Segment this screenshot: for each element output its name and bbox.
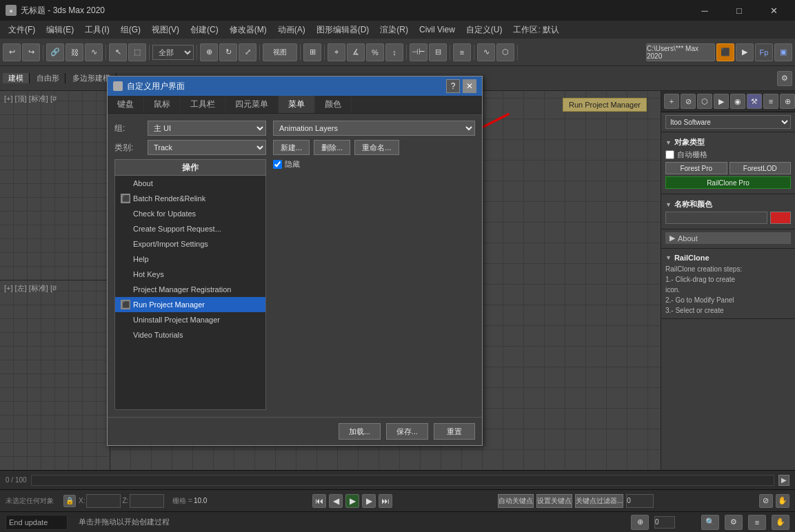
viewport-bottom-left[interactable]: [+] [左] [标准] [# <box>0 280 110 470</box>
link-button[interactable]: 🔗 <box>46 43 64 61</box>
render-frame-button[interactable]: ▶ <box>736 43 754 61</box>
viewport-top-left[interactable]: [+] [顶] [标准] [# <box>0 91 110 280</box>
pivot-button[interactable]: ⊞ <box>303 43 321 61</box>
spinner-snap-button[interactable]: ↕ <box>385 43 403 61</box>
bind-button[interactable]: ∿ <box>85 43 103 61</box>
next-frame-button[interactable]: ▶ <box>362 494 376 508</box>
menu-item-c[interactable]: 创建(C) <box>185 23 224 37</box>
schematic-button[interactable]: ⬡ <box>496 43 514 61</box>
menu-item-[interactable]: 工作区: 默认 <box>507 23 565 37</box>
set-key-button[interactable]: 设置关键点 <box>536 494 572 508</box>
menu-item-f[interactable]: 文件(F) <box>3 23 41 37</box>
percent-snap-button[interactable]: % <box>366 43 384 61</box>
viewport-render-button[interactable]: Fp <box>755 43 773 61</box>
frame-counter-input[interactable] <box>654 516 675 529</box>
settings2-icon[interactable]: ⚙ <box>725 515 743 530</box>
render-target-button[interactable]: C:\Users\*** Max 2020 <box>646 43 715 61</box>
pan-icon[interactable]: ✋ <box>776 494 789 508</box>
rp-icon-display[interactable]: ◉ <box>730 94 745 109</box>
minimize-button[interactable]: ─ <box>689 0 721 21</box>
auto-key-button[interactable]: 自动关键点 <box>498 494 534 508</box>
tab-modelling[interactable]: 建模 <box>3 73 30 83</box>
hidden-checkbox[interactable] <box>273 160 282 169</box>
dtab-quad[interactable]: 四元菜单 <box>225 96 279 113</box>
key-filter-button[interactable]: 关键点过滤器... <box>575 494 623 508</box>
load-button[interactable]: 加载... <box>339 423 381 440</box>
timeline-bar[interactable]: 0 / 100 ▶ <box>0 470 795 489</box>
x-input[interactable] <box>86 494 121 508</box>
rotate-button[interactable]: ↻ <box>219 43 237 61</box>
select-region-button[interactable]: ⬚ <box>128 43 146 61</box>
dialog-help-button[interactable]: ? <box>446 79 460 93</box>
actions-list[interactable]: About⬛Batch Render&RelinkCheck for Updat… <box>114 176 266 410</box>
rename-button[interactable]: 重命名... <box>354 140 399 155</box>
lock-icon[interactable]: 🔒 <box>63 495 76 507</box>
dtab-toolbar[interactable]: 工具栏 <box>181 96 225 113</box>
menu-item-g[interactable]: 组(G) <box>115 23 146 37</box>
rp-icon-extra[interactable]: ≡ <box>763 94 778 109</box>
menu-item-u[interactable]: 自定义(U) <box>461 23 508 37</box>
auto-grid-checkbox[interactable] <box>665 150 674 159</box>
list-item[interactable]: Export/Import Settings <box>115 236 265 252</box>
rp-icon-extra2[interactable]: ⊕ <box>780 94 795 109</box>
frame-number-input[interactable] <box>626 494 654 508</box>
list-item[interactable]: Help <box>115 252 265 267</box>
color-swatch[interactable] <box>770 212 791 224</box>
view-dropdown[interactable]: 视图 <box>263 43 297 61</box>
forest-pro-button[interactable]: Forest Pro <box>665 162 727 174</box>
menu-item-m[interactable]: 修改器(M) <box>224 23 272 37</box>
dtab-menu[interactable]: 菜单 <box>279 96 315 113</box>
scale-button[interactable]: ⤢ <box>239 43 256 61</box>
save-button[interactable]: 保存... <box>386 423 428 440</box>
menu-item-civilview[interactable]: Civil View <box>414 23 461 36</box>
forest-lod-button[interactable]: ForestLOD <box>729 162 792 174</box>
menu-item-d[interactable]: 图形编辑器(D) <box>311 23 375 37</box>
unlink-button[interactable]: ⛓ <box>66 43 83 61</box>
menu-item-i[interactable]: 工具(I) <box>79 23 114 37</box>
timeline-right-arrow[interactable]: ▶ <box>778 475 789 486</box>
rp-icon-motion[interactable]: ▶ <box>714 94 729 109</box>
snap-button[interactable]: ⌖ <box>328 43 345 61</box>
list-item[interactable]: Uninstall Project Manager <box>115 312 265 327</box>
selection-filter-dropdown[interactable]: 全部 <box>152 45 194 60</box>
delete-button[interactable]: 删除... <box>314 140 350 155</box>
itoo-software-dropdown[interactable]: Itoo Software <box>665 115 791 129</box>
prev-frame-button[interactable]: ◀ <box>329 494 343 508</box>
animation-layers-dropdown[interactable]: Animation Layers <box>273 121 475 136</box>
redo-button[interactable]: ↪ <box>22 43 40 61</box>
tab-freeform[interactable]: 自由形 <box>31 73 66 83</box>
railclone-pro-button[interactable]: RailClone Pro <box>665 176 791 189</box>
object-name-input[interactable] <box>665 212 767 224</box>
menu-item-a[interactable]: 动画(A) <box>272 23 311 37</box>
close-button[interactable]: ✕ <box>758 0 789 21</box>
list-item[interactable]: Create Support Request... <box>115 221 265 236</box>
about-header[interactable]: ▶ About <box>665 232 791 244</box>
z-input[interactable] <box>130 494 164 508</box>
select-button[interactable]: ↖ <box>109 43 127 61</box>
list-item[interactable]: ⬛Batch Render&Relink <box>115 191 265 206</box>
list-item[interactable]: About <box>115 176 265 191</box>
settings-icon[interactable]: ⚙ <box>777 71 792 86</box>
group-dropdown[interactable]: 主 UI <box>148 121 266 136</box>
dialog-close-button[interactable]: ✕ <box>463 79 476 93</box>
rp-icon-create[interactable]: + <box>664 94 679 109</box>
move2-icon[interactable]: ✋ <box>772 515 789 530</box>
material-editor-button[interactable]: ▣ <box>774 43 792 61</box>
go-start-button[interactable]: ⏮ <box>312 494 326 508</box>
move-button[interactable]: ⊕ <box>200 43 218 61</box>
mirror-button[interactable]: ⊣⊢ <box>410 43 427 61</box>
timeline-track[interactable] <box>31 475 774 486</box>
reset-button[interactable]: 重置 <box>434 423 475 440</box>
undo-button[interactable]: ↩ <box>3 43 21 61</box>
add-time-tag-button[interactable]: ⊕ <box>631 515 649 530</box>
menu-item-v[interactable]: 视图(V) <box>146 23 185 37</box>
maximize-button[interactable]: □ <box>723 0 755 21</box>
angle-snap-button[interactable]: ∡ <box>347 43 365 61</box>
dtab-mouse[interactable]: 鼠标 <box>144 96 181 113</box>
list-item[interactable]: Check for Updates <box>115 206 265 221</box>
list-item[interactable]: ⬛Run Project Manager <box>115 297 265 312</box>
dtab-color[interactable]: 颜色 <box>315 96 352 113</box>
curve-editor-button[interactable]: ∿ <box>477 43 495 61</box>
rp-icon-utilities[interactable]: ⚒ <box>747 94 762 109</box>
list-item[interactable]: Video Tutorials <box>115 327 265 342</box>
